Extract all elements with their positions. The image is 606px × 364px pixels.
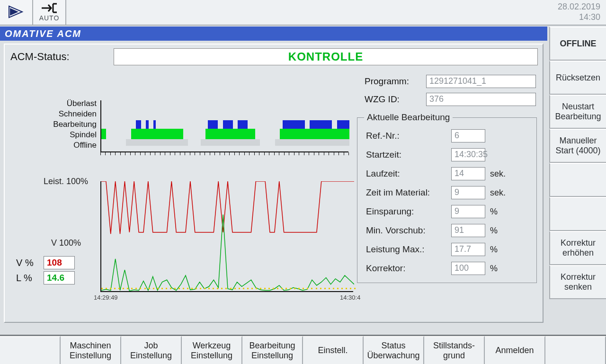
bottom-btn-job-settings[interactable]: Job Einstellung: [121, 336, 182, 364]
bottom-btn-downtime-reason[interactable]: Stillstands-grund: [424, 336, 485, 364]
arrow-right-into-bracket-icon: [41, 3, 58, 13]
auto-label: AUTO: [39, 14, 60, 22]
acm-status-label: ACM-Status:: [10, 51, 105, 63]
aktuelle-value-2: 14: [451, 167, 485, 180]
aktuelle-label-4: Einsparung:: [366, 206, 451, 217]
aktuelle-row-1: Startzeit: 14:30:35: [366, 145, 530, 164]
bottom-button-row: Maschinen Einstellung Job Einstellung We…: [0, 335, 606, 364]
empty-right-button-1[interactable]: [549, 163, 606, 197]
bottom-btn-9[interactable]: [545, 336, 606, 364]
right-button-column: OFFLINE Rücksetzen Neustart Bearbeitung …: [549, 27, 606, 328]
aktuelle-unit-3: sek.: [490, 188, 506, 198]
offline-button[interactable]: OFFLINE: [549, 27, 606, 61]
aktuelle-unit-7: %: [490, 264, 498, 274]
aktuelle-value-4: 9: [451, 205, 485, 218]
aktuelle-label-2: Laufzeit:: [366, 169, 451, 179]
aktuelle-value-3: 9: [451, 186, 485, 199]
l-percent-label: L %: [16, 273, 39, 284]
x-axis-right-label: 14:30:4: [340, 294, 360, 301]
line-chart: Leist. 100% V 100% V % 108 L % 14.6 14:2…: [11, 177, 357, 309]
wzg-id-row: WZG ID: 376: [365, 93, 536, 106]
timeline-label-machining: Bearbeitung: [53, 119, 97, 130]
timeline-ticks: [100, 152, 348, 157]
aktuelle-value-6: 17.7: [451, 243, 485, 256]
auto-mode-button[interactable]: AUTO: [33, 0, 66, 25]
bottom-btn-machining-settings[interactable]: Bearbeitung Einstellung: [242, 336, 303, 364]
aktuelle-row-6: Leistung Max.: 17.7 %: [366, 240, 530, 259]
v-percent-value: 108: [44, 256, 75, 269]
bottom-btn-settings[interactable]: Einstell.: [303, 336, 364, 364]
acm-status-row: ACM-Status: KONTROLLE: [7, 46, 541, 67]
bottom-btn-0[interactable]: [0, 336, 61, 364]
v-100-label: V 100%: [51, 238, 81, 248]
aktuelle-value-7: 100: [451, 262, 485, 275]
current-machining-legend: Aktuelle Bearbeitung: [364, 112, 453, 123]
l-percent-field: L % 14.6: [16, 271, 75, 284]
correction-decrease-button[interactable]: Korrektur senken: [549, 265, 606, 299]
aktuelle-value-1: 14:30:35: [451, 148, 485, 161]
bottom-btn-tool-settings[interactable]: Werkzeug Einstellung: [182, 336, 242, 364]
timeline-plot: [100, 100, 348, 152]
programm-value: 1291271041_1: [426, 75, 536, 88]
app-title: OMATIVE ACM: [0, 27, 547, 41]
aktuelle-unit-2: sek.: [490, 169, 506, 179]
aktuelle-row-4: Einsparung: 9 %: [366, 202, 530, 221]
aktuelle-value-5: 91: [451, 224, 485, 237]
aktuelle-label-6: Leistung Max.:: [366, 244, 451, 255]
aktuelle-label-3: Zeit im Material:: [366, 187, 451, 198]
v-percent-label: V %: [16, 257, 39, 268]
timeline-chart: Überlast Schneiden Bearbeitung Spindel O…: [49, 97, 352, 153]
wzg-id-value: 376: [426, 93, 536, 106]
current-machining-fieldset: Aktuelle Bearbeitung Ref.-Nr.: 6 Startze…: [357, 117, 537, 283]
aktuelle-label-1: Startzeit:: [366, 150, 451, 160]
programm-label: Programm:: [365, 76, 426, 87]
aktuelle-unit-5: %: [490, 226, 498, 236]
wzg-id-label: WZG ID:: [365, 94, 426, 105]
correction-increase-button[interactable]: Korrektur erhöhen: [549, 231, 606, 265]
v-percent-field: V % 108: [16, 256, 75, 269]
bottom-btn-status-monitoring[interactable]: Status Überwachung: [364, 336, 424, 364]
line-chart-svg: [101, 181, 354, 292]
aktuelle-unit-4: %: [490, 207, 498, 217]
programm-row: Programm: 1291271041_1: [365, 75, 536, 88]
timeline-label-cutting: Schneiden: [53, 109, 97, 119]
timeline-label-offline: Offline: [53, 140, 97, 151]
date-text: 28.02.2019: [558, 2, 600, 12]
acm-status-value: KONTROLLE: [114, 48, 538, 65]
manual-start-button[interactable]: Manueller Start (4000): [549, 129, 606, 163]
aktuelle-unit-6: %: [490, 245, 498, 255]
timeline-y-labels: Überlast Schneiden Bearbeitung Spindel O…: [53, 98, 97, 151]
triangle-icon: [8, 5, 24, 18]
aktuelle-label-5: Min. Vorschub:: [366, 225, 451, 236]
x-axis-left-label: 14:29:49: [94, 294, 118, 301]
aktuelle-row-0: Ref.-Nr.: 6: [366, 126, 530, 145]
main-panel: ACM-Status: KONTROLLE Programm: 12912710…: [4, 44, 544, 323]
time-text: 14:30: [558, 12, 600, 23]
bottom-btn-machine-settings[interactable]: Maschinen Einstellung: [61, 336, 121, 364]
top-bar: AUTO 28.02.2019 14:30: [0, 0, 606, 26]
empty-right-button-2[interactable]: [549, 197, 606, 231]
reset-button[interactable]: Rücksetzen: [549, 61, 606, 95]
aktuelle-row-7: Korrektor: 100 %: [366, 259, 530, 278]
aktuelle-row-3: Zeit im Material: 9 sek.: [366, 183, 530, 202]
line-chart-plot: [100, 181, 353, 292]
leist-100-label: Leist. 100%: [44, 177, 88, 186]
aktuelle-row-5: Min. Vorschub: 91 %: [366, 221, 530, 240]
l-percent-value: 14.6: [44, 271, 75, 284]
bottom-btn-login[interactable]: Anmelden: [485, 336, 545, 364]
aktuelle-label-7: Korrektor:: [366, 263, 451, 274]
restart-machining-button[interactable]: Neustart Bearbeitung: [549, 95, 606, 129]
nav-triangle-button[interactable]: [0, 0, 33, 25]
datetime-display: 28.02.2019 14:30: [558, 0, 606, 25]
aktuelle-label-0: Ref.-Nr.:: [366, 131, 451, 141]
aktuelle-value-0: 6: [451, 129, 485, 142]
timeline-label-overload: Überlast: [53, 98, 97, 109]
yellow-tick-row: [101, 287, 353, 291]
aktuelle-row-2: Laufzeit: 14 sek.: [366, 164, 530, 183]
timeline-label-spindle: Spindel: [53, 130, 97, 140]
